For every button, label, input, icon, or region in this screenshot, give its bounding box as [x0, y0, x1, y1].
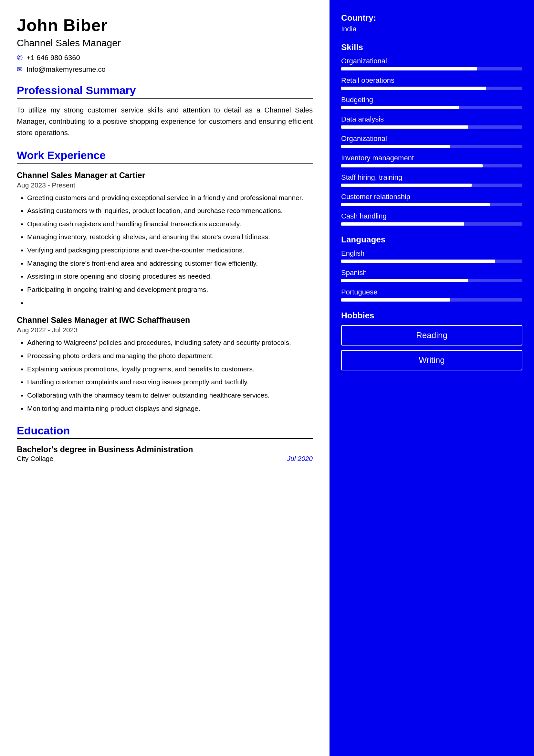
- skill-item-0: Organizational: [341, 57, 522, 70]
- language-bar-fill-1: [341, 279, 468, 282]
- skill-bar-bg-5: [341, 164, 522, 167]
- skill-bar-bg-6: [341, 184, 522, 187]
- header-section: John Biber Channel Sales Manager ✆ +1 64…: [17, 15, 313, 74]
- skill-bar-fill-2: [341, 106, 459, 109]
- language-item-0: English: [341, 249, 522, 263]
- bullet-item: Explaining various promotions, loyalty p…: [27, 364, 313, 375]
- skill-bar-bg-0: [341, 67, 522, 70]
- skill-bar-fill-6: [341, 184, 472, 187]
- work-experience-section: Work Experience Channel Sales Manager at…: [17, 149, 313, 414]
- skill-bar-bg-4: [341, 145, 522, 148]
- skill-item-4: Organizational: [341, 134, 522, 148]
- skill-bar-bg-2: [341, 106, 522, 109]
- bullet-item: Collaborating with the pharmacy team to …: [27, 390, 313, 401]
- skill-bar-bg-3: [341, 125, 522, 129]
- education-title: Education: [17, 424, 313, 439]
- bullet-item: [27, 297, 313, 309]
- bullet-item: Managing the store's front-end area and …: [27, 258, 313, 269]
- job-bullets-1: Greeting customers and providing excepti…: [17, 192, 313, 309]
- phone-contact: ✆ +1 646 980 6360: [17, 54, 313, 62]
- bullet-item: Participating in ongoing training and de…: [27, 284, 313, 295]
- skill-label-0: Organizational: [341, 57, 522, 65]
- summary-title: Professional Summary: [17, 84, 313, 98]
- candidate-title: Channel Sales Manager: [17, 38, 313, 48]
- hobbies-section: Hobbies Reading Writing: [341, 310, 522, 370]
- bullet-item: Verifying and packaging prescriptions an…: [27, 245, 313, 256]
- edu-school-row-1: City Collage Jul 2020: [17, 455, 313, 463]
- email-contact: ✉ Info@makemyresume.co: [17, 65, 313, 74]
- skill-item-7: Customer relationship: [341, 193, 522, 206]
- skill-label-7: Customer relationship: [341, 193, 522, 201]
- edu-school-1: City Collage: [17, 455, 53, 463]
- skill-item-2: Budgeting: [341, 96, 522, 109]
- bullet-item: Greeting customers and providing excepti…: [27, 192, 313, 203]
- country-section: Country: India: [341, 13, 522, 33]
- language-label-2: Portuguese: [341, 288, 522, 296]
- hobby-reading: Reading: [341, 325, 522, 345]
- job-title-1: Channel Sales Manager at Cartier: [17, 171, 313, 180]
- edu-date-1: Jul 2020: [287, 455, 313, 463]
- education-section: Education Bachelor's degree in Business …: [17, 424, 313, 463]
- hobby-writing: Writing: [341, 350, 522, 370]
- bullet-item: Operating cash registers and handling fi…: [27, 219, 313, 230]
- language-label-1: Spanish: [341, 269, 522, 277]
- language-bar-bg-2: [341, 298, 522, 302]
- hobbies-title: Hobbies: [341, 310, 522, 321]
- skills-section: Skills Organizational Retail operations …: [341, 42, 522, 226]
- languages-title: Languages: [341, 235, 522, 245]
- skill-label-4: Organizational: [341, 134, 522, 143]
- edu-degree-1: Bachelor's degree in Business Administra…: [17, 445, 313, 454]
- skill-label-6: Staff hiring, training: [341, 173, 522, 182]
- skill-bar-bg-8: [341, 222, 522, 226]
- skill-bar-fill-3: [341, 125, 468, 129]
- language-item-2: Portuguese: [341, 288, 522, 302]
- email-address: Info@makemyresume.co: [27, 65, 106, 74]
- job-bullets-2: Adhering to Walgreens' policies and proc…: [17, 337, 313, 414]
- bullet-item: Adhering to Walgreens' policies and proc…: [27, 337, 313, 348]
- skill-label-1: Retail operations: [341, 76, 522, 85]
- phone-icon: ✆: [17, 54, 23, 62]
- country-value: India: [341, 25, 522, 33]
- skill-bar-bg-7: [341, 203, 522, 206]
- skill-bar-fill-4: [341, 145, 450, 148]
- skill-bar-fill-8: [341, 222, 464, 226]
- job-title-2: Channel Sales Manager at IWC Schaffhause…: [17, 315, 313, 325]
- skill-item-6: Staff hiring, training: [341, 173, 522, 187]
- skill-label-2: Budgeting: [341, 96, 522, 104]
- languages-section: Languages English Spanish Portuguese: [341, 235, 522, 302]
- skill-bar-fill-1: [341, 87, 486, 90]
- job-dates-1: Aug 2023 - Present: [17, 181, 313, 189]
- summary-section: Professional Summary To utilize my stron…: [17, 84, 313, 139]
- skill-label-5: Inventory management: [341, 154, 522, 162]
- language-item-1: Spanish: [341, 269, 522, 282]
- language-bar-fill-0: [341, 259, 495, 263]
- country-label: Country:: [341, 13, 522, 23]
- skill-bar-bg-1: [341, 87, 522, 90]
- skill-item-8: Cash handling: [341, 212, 522, 226]
- bullet-item: Managing inventory, restocking shelves, …: [27, 231, 313, 243]
- candidate-name: John Biber: [17, 15, 313, 35]
- left-column: John Biber Channel Sales Manager ✆ +1 64…: [0, 0, 329, 756]
- bullet-item: Assisting in store opening and closing p…: [27, 271, 313, 282]
- skill-label-3: Data analysis: [341, 115, 522, 123]
- job-entry-1: Channel Sales Manager at Cartier Aug 202…: [17, 171, 313, 309]
- skill-item-5: Inventory management: [341, 154, 522, 167]
- skills-title: Skills: [341, 42, 522, 52]
- skill-bar-fill-0: [341, 67, 477, 70]
- bullet-item: Monitoring and maintaining product displ…: [27, 403, 313, 414]
- work-experience-title: Work Experience: [17, 149, 313, 164]
- language-bar-bg-0: [341, 259, 522, 263]
- language-bar-bg-1: [341, 279, 522, 282]
- skill-item-3: Data analysis: [341, 115, 522, 129]
- language-bar-fill-2: [341, 298, 450, 302]
- bullet-item: Handling customer complaints and resolvi…: [27, 377, 313, 388]
- bullet-item: Processing photo orders and managing the…: [27, 350, 313, 362]
- skill-label-8: Cash handling: [341, 212, 522, 220]
- job-entry-2: Channel Sales Manager at IWC Schaffhause…: [17, 315, 313, 414]
- right-column: Country: India Skills Organizational Ret…: [329, 0, 534, 756]
- language-label-0: English: [341, 249, 522, 257]
- bullet-item: Assisting customers with inquiries, prod…: [27, 205, 313, 217]
- skill-item-1: Retail operations: [341, 76, 522, 90]
- phone-number: +1 646 980 6360: [27, 54, 80, 62]
- skill-bar-fill-7: [341, 203, 490, 206]
